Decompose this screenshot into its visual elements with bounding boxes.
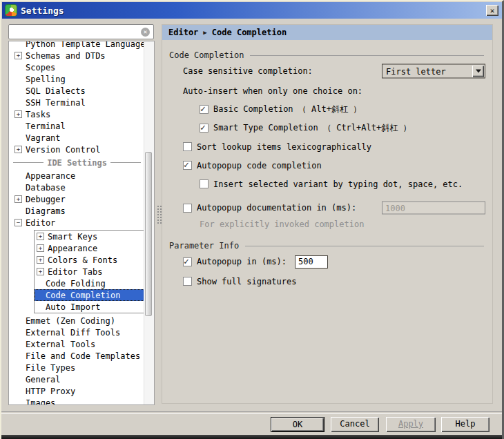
sidebar-item-label: Debugger — [26, 195, 66, 204]
sidebar-item-label: Emmet (Zen Coding) — [26, 316, 115, 326]
expand-plus-icon[interactable]: + — [14, 146, 22, 153]
row-case-sensitive-completion: Case sensitive completion:First letter — [162, 61, 492, 81]
search-input[interactable] — [9, 27, 141, 37]
sidebar-item-file-and-code-templates[interactable]: File and Code Templates — [9, 350, 145, 362]
expand-plus-icon[interactable]: + — [37, 256, 44, 264]
ok-button[interactable]: OK — [271, 417, 324, 432]
sidebar-item-spelling[interactable]: Spelling — [9, 73, 145, 85]
breadcrumb-arrow-icon: ▶ — [203, 29, 206, 36]
apply-button[interactable]: Apply — [386, 417, 436, 432]
field-autopopup-in-ms[interactable] — [295, 255, 328, 269]
sidebar-item-debugger[interactable]: +Debugger — [9, 193, 145, 205]
checkbox-insert-selected-variant-by-typing-dot-space-etc[interactable] — [200, 179, 209, 188]
option-label: Autopopup in (ms): — [197, 257, 287, 266]
row-basic-completion-alt: ✓Basic Completion （ Alt+斜杠 ） — [162, 100, 492, 119]
option-label: Smart Type Completion （ Ctrl+Alt+斜杠 ） — [213, 122, 411, 134]
sidebar-item-ssh-terminal[interactable]: SSH Terminal — [9, 97, 145, 108]
sidebar-item-http-proxy[interactable]: HTTP Proxy — [9, 385, 145, 397]
sidebar-item-editor[interactable]: −Editor — [9, 217, 145, 228]
group-title-label: Parameter Info — [169, 241, 239, 251]
expand-plus-icon[interactable]: + — [14, 110, 22, 118]
sidebar-item-code-folding[interactable]: Code Folding — [35, 277, 144, 289]
sidebar-item-python-template-languages[interactable]: Python Template Languages — [9, 41, 145, 50]
tree-scrollbar-track[interactable] — [144, 41, 154, 404]
sidebar-item-general[interactable]: General — [9, 373, 145, 385]
breadcrumb: Editor ▶ Code Completion — [162, 25, 492, 40]
dropdown-button[interactable] — [472, 66, 484, 77]
expand-plus-icon[interactable]: + — [14, 52, 22, 59]
checkbox-sort-lookup-items-lexicographically[interactable] — [183, 142, 192, 151]
close-icon[interactable]: ✕ — [486, 5, 498, 16]
separator-label: IDE Settings — [47, 158, 107, 168]
expand-plus-icon[interactable]: + — [37, 244, 44, 252]
select-value: First letter — [386, 66, 446, 76]
option-label: Case sensitive completion: — [183, 66, 313, 76]
option-label: Show full signatures — [197, 277, 297, 286]
sidebar-item-tasks[interactable]: +Tasks — [9, 108, 145, 120]
option-label: Autopopup documentation in (ms): — [197, 203, 356, 213]
sidebar-item-label: Terminal — [26, 121, 66, 131]
sidebar-item-scopes[interactable]: Scopes — [9, 61, 145, 73]
expand-plus-icon[interactable]: + — [14, 195, 22, 203]
sidebar-item-label: Code Folding — [46, 279, 106, 289]
sidebar-item-label: Auto Import — [46, 302, 100, 312]
sidebar-item-external-tools[interactable]: External Tools — [9, 338, 145, 350]
chevron-down-icon — [476, 70, 481, 73]
expand-plus-icon[interactable]: + — [37, 233, 44, 240]
sidebar-item-version-control[interactable]: +Version Control — [9, 144, 145, 155]
sidebar-item-smart-keys[interactable]: +Smart Keys — [35, 231, 144, 242]
row-show-full-signatures: Show full signatures — [162, 272, 492, 291]
sidebar-item-database[interactable]: Database — [9, 182, 145, 193]
cancel-button[interactable]: Cancel — [331, 417, 379, 432]
sidebar-item-label: File and Code Templates — [26, 351, 140, 361]
checkbox-smart-type-completion-ctrl-alt[interactable]: ✓ — [200, 124, 209, 133]
window-bottom-edge — [1, 435, 502, 439]
clear-search-icon[interactable]: ✕ — [141, 28, 150, 37]
sidebar-item-images[interactable]: Images — [9, 397, 145, 405]
checkbox-basic-completion-alt[interactable]: ✓ — [200, 105, 209, 114]
sidebar-item-colors-fonts[interactable]: +Colors & Fonts — [35, 254, 144, 266]
button-label: Help — [456, 419, 476, 429]
sidebar-item-label: Editor — [26, 218, 55, 228]
parameter-info-rows: ✓Autopopup in (ms):Show full signatures — [162, 251, 492, 291]
sidebar-item-diagrams[interactable]: Diagrams — [9, 205, 145, 217]
editor-children-box: +Smart Keys+Appearance+Colors & Fonts+Ed… — [34, 230, 145, 313]
field-autopopup-documentation-in-ms[interactable] — [382, 202, 485, 215]
checkmark-icon: ✓ — [200, 104, 206, 114]
row-insert-selected-variant-by-typing-dot-space-etc: Insert selected variant by typing dot, s… — [162, 175, 492, 193]
checkbox-autopopup-code-completion[interactable]: ✓ — [183, 161, 192, 170]
sidebar-item-label: Smart Keys — [48, 232, 97, 242]
checkbox-autopopup-documentation-in-ms[interactable] — [183, 204, 192, 213]
expand-plus-icon[interactable]: + — [37, 268, 44, 275]
note-label: For explicitly invoked completion — [200, 220, 364, 229]
sidebar-item-vagrant[interactable]: Vagrant — [9, 132, 145, 144]
option-note: For explicitly invoked completion — [162, 218, 492, 231]
sidebar-item-file-types[interactable]: File Types — [9, 362, 145, 373]
sidebar-item-emmet-zen-coding[interactable]: Emmet (Zen Coding) — [9, 315, 145, 326]
option-label: Autopopup code completion — [197, 161, 322, 170]
collapse-minus-icon[interactable]: − — [14, 219, 22, 226]
sidebar-item-auto-import[interactable]: Auto Import — [35, 301, 144, 313]
option-label: Insert selected variant by typing dot, s… — [213, 179, 463, 189]
sidebar-item-editor-tabs[interactable]: +Editor Tabs — [35, 266, 144, 277]
sidebar-item-label: Images — [26, 398, 55, 406]
help-button[interactable]: Help — [441, 417, 490, 432]
search-box: ✕ — [8, 24, 154, 39]
checkbox-autopopup-in-ms[interactable]: ✓ — [183, 257, 192, 266]
checkbox-show-full-signatures[interactable] — [183, 277, 192, 286]
sidebar-item-label: General — [26, 375, 61, 384]
sidebar-item-code-completion[interactable]: Code Completion — [35, 289, 144, 301]
sidebar-item-schemas-and-dtds[interactable]: +Schemas and DTDs — [9, 50, 145, 61]
button-label: Cancel — [340, 419, 369, 429]
sidebar-item-appearance[interactable]: Appearance — [9, 170, 145, 182]
sidebar-item-appearance[interactable]: +Appearance — [35, 242, 144, 254]
sidebar-item-terminal[interactable]: Terminal — [9, 120, 145, 132]
breadcrumb-parent: Editor — [168, 28, 198, 37]
case-sensitivity-select[interactable]: First letter — [382, 64, 485, 79]
tree-scrollbar-thumb[interactable] — [145, 152, 152, 316]
row-sort-lookup-items-lexicographically: Sort lookup items lexicographically — [162, 137, 492, 156]
sidebar-item-label: SSH Terminal — [26, 98, 86, 108]
sidebar-item-external-diff-tools[interactable]: External Diff Tools — [9, 326, 145, 338]
settings-dialog: Settings ✕ ✕ Python Template Languages+S… — [0, 0, 504, 439]
sidebar-item-sql-dialects[interactable]: SQL Dialects — [9, 85, 145, 97]
